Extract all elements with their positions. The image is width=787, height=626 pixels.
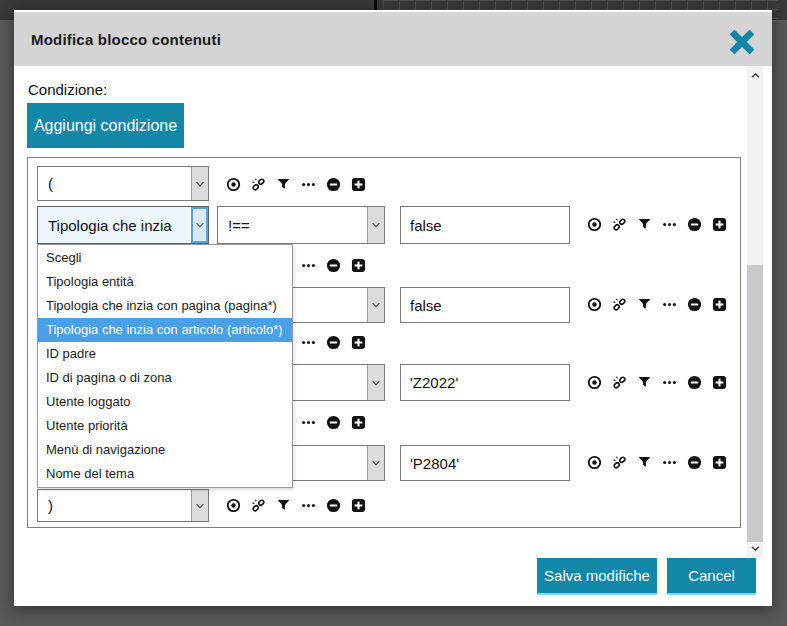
ellipsis-icon[interactable] <box>301 258 317 274</box>
dropdown-option[interactable]: Tipologia entità <box>38 270 292 294</box>
unlink-icon[interactable] <box>251 498 267 514</box>
row-actions <box>226 177 367 193</box>
dropdown-option[interactable]: Tipologia che inzia con pagina (pagina*) <box>38 294 292 318</box>
minus-circle-icon[interactable] <box>687 375 703 391</box>
operator-select[interactable]: !== <box>217 206 385 244</box>
dot-circle-icon[interactable] <box>587 297 603 313</box>
chevron-down-icon[interactable] <box>191 490 208 521</box>
value-input[interactable] <box>400 206 570 244</box>
scroll-down-icon[interactable] <box>747 541 763 556</box>
plus-square-icon[interactable] <box>712 217 728 233</box>
modal-scrollbar[interactable] <box>747 66 763 558</box>
row-actions <box>587 297 728 313</box>
value-input[interactable] <box>400 287 570 323</box>
chevron-down-icon[interactable] <box>191 207 208 243</box>
filter-icon[interactable] <box>637 455 653 471</box>
dot-circle-icon[interactable] <box>587 455 603 471</box>
plus-square-icon[interactable] <box>712 297 728 313</box>
ellipsis-icon[interactable] <box>301 335 317 351</box>
chevron-down-icon[interactable] <box>191 167 208 200</box>
unlink-icon[interactable] <box>251 177 267 193</box>
save-button[interactable]: Salva modifiche <box>537 558 657 595</box>
dropdown-option[interactable]: Tipologia che inzia con articolo (artico… <box>38 318 292 342</box>
dropdown-option[interactable]: ID di pagina o di zona <box>38 366 292 390</box>
ellipsis-icon[interactable] <box>662 297 678 313</box>
plus-square-icon[interactable] <box>712 455 728 471</box>
filter-icon[interactable] <box>276 498 292 514</box>
row-actions <box>587 217 728 233</box>
select-value: !== <box>218 217 367 234</box>
minus-circle-icon[interactable] <box>687 455 703 471</box>
filter-icon[interactable] <box>637 297 653 313</box>
modal-edit-content-block: Modifica blocco contenuti Condizione: Ag… <box>14 10 772 606</box>
plus-square-icon[interactable] <box>712 375 728 391</box>
minus-circle-icon[interactable] <box>326 498 342 514</box>
minus-circle-icon[interactable] <box>687 217 703 233</box>
plus-square-icon[interactable] <box>351 498 367 514</box>
ellipsis-icon[interactable] <box>662 375 678 391</box>
row-actions <box>226 498 367 514</box>
dropdown-option[interactable]: Utente priorità <box>38 414 292 438</box>
condition-builder-panel: ( Tipologia che inzia !== <box>27 157 741 528</box>
dot-circle-icon[interactable] <box>226 498 242 514</box>
ellipsis-icon[interactable] <box>662 217 678 233</box>
value-input[interactable] <box>400 445 570 481</box>
ellipsis-icon[interactable] <box>662 455 678 471</box>
dropdown-option[interactable]: Menù di navigazione <box>38 438 292 462</box>
plus-square-icon[interactable] <box>351 177 367 193</box>
unlink-icon[interactable] <box>612 375 628 391</box>
select-value: ( <box>38 175 191 192</box>
filter-icon[interactable] <box>276 177 292 193</box>
open-bracket-select[interactable]: ( <box>37 166 209 201</box>
plus-square-icon[interactable] <box>351 415 367 431</box>
cancel-button[interactable]: Cancel <box>667 558 756 595</box>
unlink-icon[interactable] <box>612 455 628 471</box>
unlink-icon[interactable] <box>612 217 628 233</box>
filter-icon[interactable] <box>637 375 653 391</box>
select-value: ) <box>38 497 191 514</box>
add-condition-button[interactable]: Aggiungi condizione <box>27 103 184 148</box>
minus-circle-icon[interactable] <box>326 258 342 274</box>
chevron-down-icon[interactable] <box>367 446 384 480</box>
minus-circle-icon[interactable] <box>687 297 703 313</box>
condition-label: Condizione: <box>28 81 107 98</box>
modal-title: Modifica blocco contenuti <box>31 31 221 48</box>
filter-icon[interactable] <box>637 217 653 233</box>
close-bracket-select[interactable]: ) <box>37 489 209 522</box>
dropdown-option[interactable]: ID padre <box>38 342 292 366</box>
chevron-down-icon[interactable] <box>367 207 384 243</box>
close-icon[interactable] <box>727 28 757 56</box>
chevron-down-icon[interactable] <box>367 365 384 400</box>
modal-header: Modifica blocco contenuti <box>14 12 772 66</box>
scrollbar-thumb[interactable] <box>747 265 763 542</box>
dot-circle-icon[interactable] <box>587 217 603 233</box>
plus-square-icon[interactable] <box>351 335 367 351</box>
scroll-up-icon[interactable] <box>747 68 763 83</box>
dot-circle-icon[interactable] <box>226 177 242 193</box>
row-actions <box>587 455 728 471</box>
minus-circle-icon[interactable] <box>326 415 342 431</box>
dropdown-option[interactable]: Utente loggato <box>38 390 292 414</box>
minus-circle-icon[interactable] <box>326 335 342 351</box>
field-select-dropdown: Scegli Tipologia entità Tipologia che in… <box>37 244 293 488</box>
plus-square-icon[interactable] <box>351 258 367 274</box>
select-value: Tipologia che inzia <box>38 217 191 234</box>
chevron-down-icon[interactable] <box>367 288 384 322</box>
dropdown-option[interactable]: Nome del tema <box>38 462 292 486</box>
dot-circle-icon[interactable] <box>587 375 603 391</box>
ellipsis-icon[interactable] <box>301 498 317 514</box>
unlink-icon[interactable] <box>612 297 628 313</box>
minus-circle-icon[interactable] <box>326 177 342 193</box>
row-actions <box>587 375 728 391</box>
ellipsis-icon[interactable] <box>301 415 317 431</box>
field-select[interactable]: Tipologia che inzia <box>37 206 209 244</box>
ellipsis-icon[interactable] <box>301 177 317 193</box>
value-input[interactable] <box>400 364 570 401</box>
dropdown-option[interactable]: Scegli <box>38 246 292 270</box>
